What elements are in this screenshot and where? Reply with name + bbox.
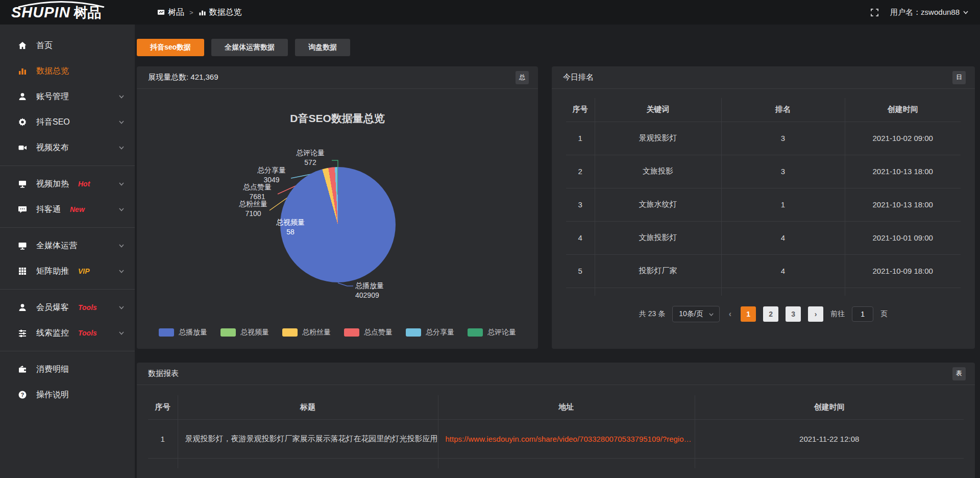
table-header-row: 序号 关键词 排名 创建时间	[566, 98, 961, 122]
table-row: 2文旅投影32021-10-13 18:00	[566, 155, 961, 188]
page-button-2[interactable]: 2	[763, 306, 778, 322]
page-button-3[interactable]: 3	[786, 306, 801, 322]
sidebar-item-video-publish[interactable]: 视频发布	[0, 135, 135, 160]
breadcrumb-current: 数据总览	[199, 7, 242, 18]
tools-badge: Tools	[78, 303, 97, 312]
report-table: 序号 标题 地址 创建时间 1 景观投影灯，夜游景观投影灯厂家展示展示落花灯在花…	[148, 395, 964, 468]
pie-label-plays: 总播放量402909	[355, 281, 406, 300]
table-row: 1 景观投影灯，夜游景观投影灯厂家展示展示落花灯在花园里的灯光投影应用效果 # …	[148, 419, 964, 458]
pie-label-comments: 总评论量572	[289, 148, 332, 168]
report-panel-header: 数据报表 表	[137, 363, 975, 385]
sidebar-item-data-overview[interactable]: 数据总览	[0, 58, 135, 84]
sidebar-item-douketong[interactable]: 抖客通 New	[0, 197, 135, 222]
legend-swatch	[220, 328, 236, 337]
sidebar-item-lead-monitor[interactable]: 线索监控 Tools	[0, 320, 135, 346]
chevron-down-icon	[118, 268, 125, 274]
sidebar-item-matrix-boost[interactable]: 矩阵助推 VIP	[0, 258, 135, 284]
app: SHUPIN 树品 树品 > 数据总览 用户名：zswodun88	[0, 0, 980, 478]
sidebar-divider	[0, 227, 135, 228]
svg-text:?: ?	[21, 392, 24, 398]
logo-text-cn: 树品	[74, 6, 102, 20]
legend-item[interactable]: 总粉丝量	[282, 328, 331, 337]
breadcrumb-root[interactable]: 树品	[157, 7, 184, 18]
video-camera-icon	[17, 142, 28, 153]
sidebar-item-member-burst[interactable]: 会员爆客 Tools	[0, 295, 135, 320]
sidebar-item-douyin-seo[interactable]: 抖音SEO	[0, 109, 135, 135]
sidebar-item-help[interactable]: ? 操作说明	[0, 382, 135, 408]
overview-panel: 展现量总数: 421,369 总 D音SEO数据量总览 总评论量572	[137, 66, 538, 349]
table-row-partial	[148, 458, 964, 468]
legend-swatch	[468, 328, 483, 337]
table-toggle-button[interactable]: 表	[952, 367, 966, 380]
pagination: 共 23 条 10条/页 ‹ 1 2 3 › 前往 页	[552, 306, 975, 322]
legend-swatch	[406, 328, 421, 337]
overview-title: 展现量总数: 421,369	[148, 73, 218, 82]
prev-page-button[interactable]: ‹	[727, 309, 733, 319]
sidebar-divider	[0, 165, 135, 166]
logo-arc	[15, 1, 107, 8]
wallet-icon	[17, 364, 28, 374]
legend-swatch	[344, 328, 359, 337]
breadcrumb: 树品 > 数据总览	[157, 7, 242, 18]
video-link[interactable]: https://www.iesdouyin.com/share/video/70…	[446, 435, 692, 443]
chevron-down-icon	[118, 330, 125, 336]
tab-douyin-seo-data[interactable]: 抖音seo数据	[137, 39, 204, 56]
legend-item[interactable]: 总播放量	[159, 328, 207, 337]
day-toggle-button[interactable]: 日	[952, 71, 966, 84]
grid-icon	[17, 266, 28, 276]
table-row: 1景观投影灯32021-10-02 09:00	[566, 122, 961, 155]
goto-label: 前往	[830, 309, 845, 319]
ranking-panel: 今日排名 日 序号 关键词 排名 创建时间	[552, 66, 975, 349]
table-row: 5投影灯厂家42021-10-09 18:00	[566, 254, 961, 288]
table-row: 4文旅投影灯42021-10-01 09:00	[566, 221, 961, 254]
ranking-panel-header: 今日排名 日	[552, 66, 975, 89]
goto-suffix: 页	[880, 309, 888, 319]
topbar-right: 用户名：zswodun88	[870, 8, 969, 17]
home-icon	[17, 40, 28, 51]
legend-item[interactable]: 总点赞量	[344, 328, 393, 337]
new-badge: New	[70, 205, 85, 213]
tab-omnimedia-data[interactable]: 全媒体运营数据	[211, 39, 288, 56]
sidebar-item-omnimedia[interactable]: 全媒体运营	[0, 233, 135, 258]
sidebar-item-consumption[interactable]: 消费明细	[0, 356, 135, 382]
user-icon	[17, 91, 28, 102]
report-panel: 数据报表 表 序号 标题 地址 创建时间	[137, 363, 975, 478]
chevron-down-icon	[963, 9, 969, 15]
sidebar-item-home[interactable]: 首页	[0, 33, 135, 58]
user-icon	[17, 302, 28, 313]
chevron-down-icon	[118, 93, 125, 100]
table-row: 3文旅水纹灯12021-10-13 18:00	[566, 188, 961, 221]
chevron-down-icon	[118, 304, 125, 310]
total-toggle-button[interactable]: 总	[516, 71, 529, 84]
data-tabs: 抖音seo数据 全媒体运营数据 询盘数据	[137, 39, 980, 56]
tab-inquiry-data[interactable]: 询盘数据	[295, 39, 350, 56]
bar-chart-icon	[17, 66, 28, 76]
ranking-table: 序号 关键词 排名 创建时间 1景观投影灯32021-10-02 09:00	[566, 98, 961, 296]
chat-icon	[17, 204, 28, 214]
chevron-down-icon	[118, 119, 125, 125]
user-menu[interactable]: 用户名：zswodun88	[890, 8, 969, 17]
sidebar-item-video-heat[interactable]: 视频加热 Hot	[0, 171, 135, 197]
main-content: 抖音seo数据 全媒体运营数据 询盘数据 展现量总数: 421,369 总 D音…	[135, 25, 980, 478]
page-size-select[interactable]: 10条/页	[672, 306, 719, 322]
top-panels-row: 展现量总数: 421,369 总 D音SEO数据量总览 总评论量572	[137, 66, 975, 349]
chevron-down-icon	[708, 312, 714, 317]
sidebar-divider	[0, 351, 135, 351]
pie-label-fans: 总粉丝量7100	[235, 199, 272, 219]
legend-item[interactable]: 总评论量	[468, 328, 516, 337]
logo: SHUPIN 树品	[11, 5, 135, 20]
page-button-1[interactable]: 1	[741, 306, 756, 322]
sidebar: 首页 数据总览 账号管理 抖音SEO 视频发布 视频加热 Hot	[0, 25, 135, 478]
fullscreen-icon[interactable]	[870, 8, 879, 17]
chevron-down-icon	[118, 181, 125, 187]
legend-item[interactable]: 总视频量	[220, 328, 269, 337]
overview-panel-header: 展现量总数: 421,369 总	[137, 66, 538, 89]
goto-page-input[interactable]	[852, 306, 873, 322]
legend-swatch	[282, 328, 298, 337]
bar-chart-icon	[199, 9, 206, 16]
sidebar-item-account[interactable]: 账号管理	[0, 84, 135, 109]
hot-badge: Hot	[78, 180, 90, 188]
tools-badge: Tools	[78, 329, 97, 337]
next-page-button[interactable]: ›	[808, 306, 823, 322]
legend-item[interactable]: 总分享量	[406, 328, 454, 337]
